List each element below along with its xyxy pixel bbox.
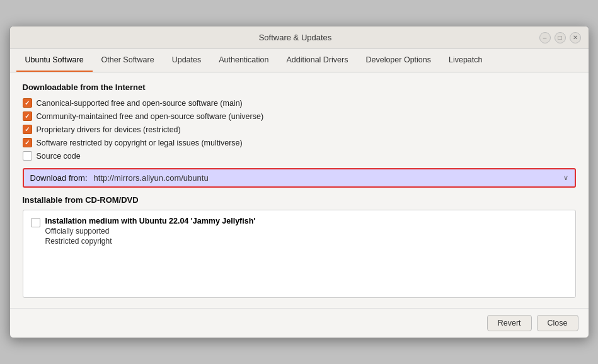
checkbox-row-restricted: Proprietary drivers for devices (restric…	[23, 125, 576, 134]
tab-updates[interactable]: Updates	[163, 49, 210, 72]
checkbox-source-label: Source code	[37, 152, 81, 161]
minimize-button[interactable]: –	[539, 32, 551, 43]
cdrom-line-2: Restricted copyright	[45, 237, 256, 246]
checkbox-restricted[interactable]	[23, 125, 32, 134]
checkbox-main-label: Canonical-supported free and open-source…	[37, 99, 243, 108]
tab-bar: Ubuntu Software Other Software Updates A…	[10, 49, 589, 72]
window-title: Software & Updates	[52, 33, 539, 42]
tab-ubuntu-software[interactable]: Ubuntu Software	[16, 49, 93, 72]
content-area: Downloadable from the Internet Canonical…	[10, 72, 589, 308]
revert-button[interactable]: Revert	[487, 315, 532, 331]
cdrom-title: Installation medium with Ubuntu 22.04 'J…	[45, 217, 256, 225]
titlebar: Software & Updates – □ ✕	[10, 26, 589, 49]
checkbox-row-source: Source code	[23, 151, 576, 161]
tab-livepatch[interactable]: Livepatch	[440, 49, 492, 72]
checkbox-row-universe: Community-maintained free and open-sourc…	[23, 111, 576, 121]
checkbox-source[interactable]	[23, 151, 32, 161]
close-button[interactable]: ✕	[570, 32, 581, 43]
cdrom-entry: Installation medium with Ubuntu 22.04 'J…	[31, 217, 568, 246]
cdrom-line-1: Officially supported	[45, 227, 256, 236]
checkbox-restricted-label: Proprietary drivers for devices (restric…	[37, 125, 181, 134]
maximize-button[interactable]: □	[555, 32, 566, 43]
tab-developer-options[interactable]: Developer Options	[357, 49, 440, 72]
download-from-row: Download from: http://mirrors.aliyun.com…	[23, 168, 576, 188]
cdrom-box: Installation medium with Ubuntu 22.04 'J…	[23, 210, 576, 298]
cdrom-text: Installation medium with Ubuntu 22.04 'J…	[45, 217, 256, 246]
tab-additional-drivers[interactable]: Additional Drivers	[277, 49, 357, 72]
dropdown-arrow-icon: ∨	[563, 174, 568, 182]
download-from-label: Download from:	[30, 173, 88, 183]
checkbox-multiverse-label: Software restricted by copyright or lega…	[37, 139, 243, 147]
tab-authentication[interactable]: Authentication	[210, 49, 277, 72]
download-from-value: http://mirrors.aliyun.com/ubuntu	[94, 173, 563, 183]
footer: Revert Close	[10, 308, 589, 338]
tab-other-software[interactable]: Other Software	[93, 49, 163, 72]
close-button-footer[interactable]: Close	[537, 315, 578, 331]
checkbox-row-multiverse: Software restricted by copyright or lega…	[23, 138, 576, 147]
download-from-dropdown[interactable]: http://mirrors.aliyun.com/ubuntu ∨	[94, 173, 568, 183]
window-controls: – □ ✕	[539, 32, 581, 43]
checkbox-cdrom[interactable]	[31, 218, 40, 227]
internet-section-title: Downloadable from the Internet	[23, 82, 576, 92]
cdrom-section-title: Installable from CD-ROM/DVD	[23, 195, 576, 205]
main-window: Software & Updates – □ ✕ Ubuntu Software…	[9, 26, 589, 338]
checkbox-row-main: Canonical-supported free and open-source…	[23, 98, 576, 108]
checkbox-main[interactable]	[23, 98, 32, 108]
checkbox-universe-label: Community-maintained free and open-sourc…	[37, 112, 264, 121]
checkbox-multiverse[interactable]	[23, 138, 32, 147]
checkbox-universe[interactable]	[23, 111, 32, 121]
